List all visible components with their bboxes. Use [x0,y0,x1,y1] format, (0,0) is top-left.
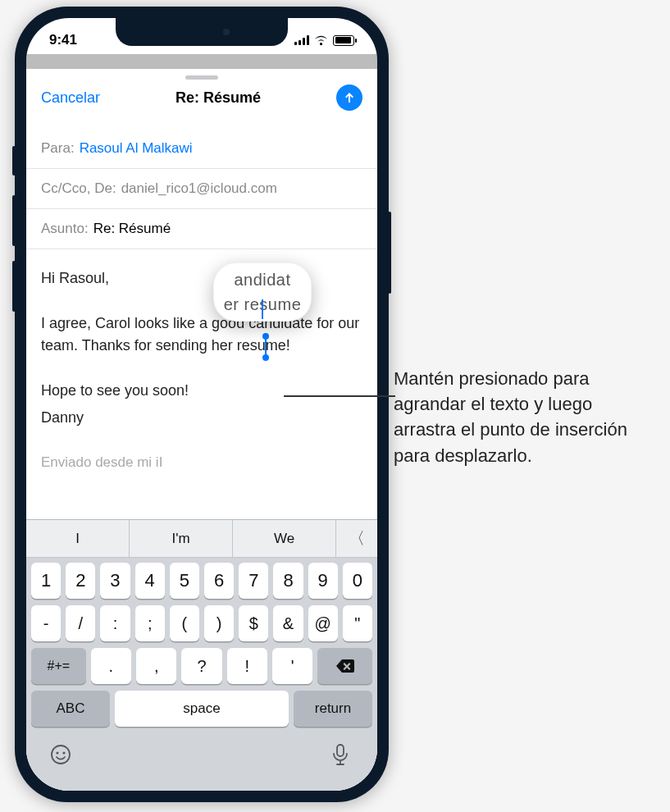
magnified-text-1: andidat [234,267,290,292]
key-at[interactable]: @ [308,605,338,641]
volume-up-button [12,195,16,246]
key-question[interactable]: ? [181,648,221,684]
subject-value: Re: Résumé [93,221,171,237]
key-2[interactable]: 2 [66,563,95,599]
key-8[interactable]: 8 [273,563,303,599]
key-apostrophe[interactable]: ' [272,648,312,684]
suggestion-collapse[interactable]: 〈 [336,520,377,557]
emoji-button[interactable] [49,743,72,766]
key-9[interactable]: 9 [308,563,338,599]
body-signature: Danny [41,407,362,429]
wifi-icon [314,35,328,46]
key-comma[interactable]: , [136,648,176,684]
key-return[interactable]: return [294,691,372,727]
microphone-icon [331,743,349,766]
svg-point-2 [62,751,65,754]
keyboard: I I'm We 〈 1 2 3 4 5 6 7 [26,519,377,791]
send-button[interactable] [336,84,362,111]
camera-dot [223,29,230,35]
subject-label: Asunto: [41,221,89,237]
key-dollar[interactable]: $ [239,605,268,641]
key-period[interactable]: . [91,648,131,684]
volume-down-button [12,261,16,312]
cellular-icon [294,35,309,45]
key-semicolon[interactable]: ; [135,605,165,641]
body-greeting: Hi Rasoul, [41,267,362,290]
cc-from-field[interactable]: Cc/Cco, De: daniel_rico1@icloud.com [26,168,377,208]
key-paren-close[interactable]: ) [204,605,234,641]
body-closing: Hope to see you soon! [41,380,362,402]
notch [116,18,288,46]
svg-point-0 [52,746,70,764]
key-3[interactable]: 3 [100,563,130,599]
suggestion-1[interactable]: I [26,520,130,557]
callout-leader [284,395,395,397]
suggestion-2[interactable]: I'm [130,520,233,557]
callout-text: Mantén presionado para agrandar el texto… [394,366,656,468]
message-body[interactable]: Hi Rasoul, I agree, Carol looks like a g… [26,249,377,519]
svg-point-1 [56,751,58,754]
key-space[interactable]: space [115,691,289,727]
key-row-2: - / : ; ( ) $ & @ " [31,605,372,641]
dictation-button[interactable] [331,743,354,766]
svg-rect-3 [337,745,344,756]
key-quote[interactable]: " [343,605,372,641]
text-cursor[interactable] [265,338,267,356]
to-field[interactable]: Para: Rasoul Al Malkawi [26,129,377,168]
background-dim [26,54,377,69]
compose-title: Re: Résumé [175,89,261,107]
magnifier-cursor [262,299,263,319]
chevron-left-icon: 〈 [349,527,365,550]
power-button [388,212,391,294]
key-7[interactable]: 7 [239,563,268,599]
key-row-4: ABC space return [31,691,372,727]
key-colon[interactable]: : [100,605,130,641]
sheet-grabber[interactable] [185,75,218,80]
key-4[interactable]: 4 [135,563,165,599]
from-value: daniel_rico1@icloud.com [121,180,277,197]
suggestion-bar: I I'm We 〈 [26,520,377,558]
subject-field[interactable]: Asunto: Re: Résumé [26,208,377,249]
phone-frame: 9:41 Cancelar Re: Résumé [15,7,389,802]
mute-switch [12,146,16,176]
key-slash[interactable]: / [66,605,95,641]
key-row-1: 1 2 3 4 5 6 7 8 9 0 [31,563,372,599]
key-6[interactable]: 6 [204,563,234,599]
to-label: Para: [41,140,75,157]
key-5[interactable]: 5 [170,563,199,599]
arrow-up-icon [343,91,356,104]
key-0[interactable]: 0 [343,563,372,599]
key-backspace[interactable] [317,648,372,684]
body-paragraph: I agree, Carol looks like a good candida… [41,312,362,357]
to-recipient[interactable]: Rasoul Al Malkawi [80,140,193,157]
status-time: 9:41 [49,32,77,48]
key-symbols[interactable]: #+= [31,648,86,684]
key-1[interactable]: 1 [31,563,61,599]
battery-icon [333,35,354,46]
backspace-icon [335,659,355,673]
cancel-button[interactable]: Cancelar [41,89,100,107]
key-abc[interactable]: ABC [31,691,110,727]
cc-label: Cc/Cco, De: [41,180,116,197]
key-amp[interactable]: & [273,605,303,641]
key-exclaim[interactable]: ! [227,648,267,684]
key-dash[interactable]: - [31,605,61,641]
suggestion-3[interactable]: We [233,520,336,557]
compose-sheet: Cancelar Re: Résumé Para: Rasoul Al Malk… [26,69,377,791]
key-paren-open[interactable]: ( [170,605,199,641]
emoji-icon [49,743,72,766]
text-magnifier: andidat er resume [213,262,312,322]
body-sent-from: Enviado desde mi iI [41,452,362,473]
key-row-3: #+= . , ? ! ' [31,648,372,684]
